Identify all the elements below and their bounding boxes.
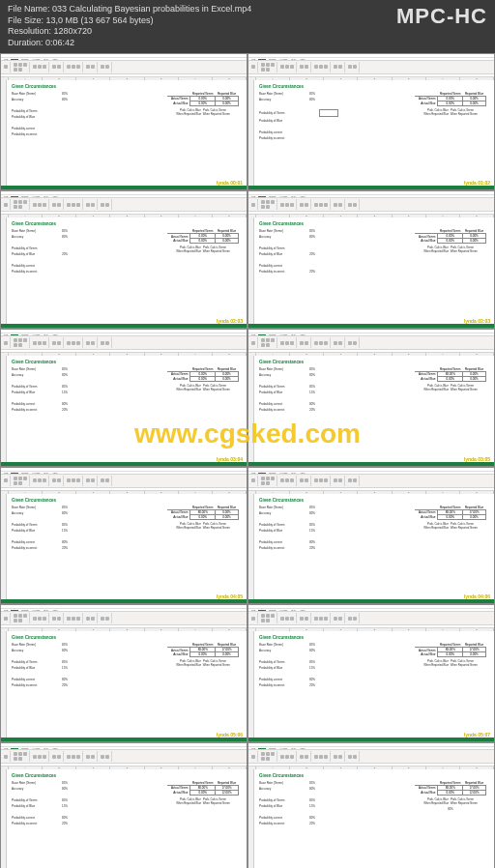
label-base-rate: Base Rate (Green) (12, 367, 52, 371)
thumbnail[interactable]: FILE HOME INSERT LAYOUT DATA VIEW ABCDEF… (0, 604, 248, 742)
fill-icon (18, 68, 22, 72)
tab-data: DATA (43, 195, 49, 197)
section-title: Given Circumstances (259, 84, 491, 89)
result-value: 80% (415, 807, 486, 811)
insert-icon (86, 203, 90, 207)
styles-icon (319, 341, 323, 345)
tab-file: FILE (250, 333, 256, 335)
col-reported-green: Reported Green (190, 229, 216, 234)
styles-icon (72, 203, 75, 207)
cells-icon (76, 755, 80, 759)
label-prob-correct: Probability correct (259, 678, 300, 681)
tab-file: FILE (250, 195, 256, 197)
excel-status-bar (1, 324, 247, 328)
find-icon (353, 341, 357, 345)
tab-view: VIEW (299, 609, 306, 611)
contingency-table: Reported GreenReported Blue Actual Green… (415, 781, 486, 811)
contingency-table: Reported GreenReported Blue Actual Green… (167, 229, 239, 253)
tab-insert: INSERT (20, 195, 29, 197)
col-reported-green: Reported Green (438, 229, 463, 234)
thumbnail[interactable]: FILE HOME INSERT LAYOUT DATA VIEW ABCDEF… (0, 53, 248, 191)
bold-icon (14, 338, 17, 342)
player-logo: MPC-HC (396, 4, 487, 29)
align-icon (43, 341, 46, 345)
delete-icon (91, 755, 95, 759)
thumbnail[interactable]: FILE HOME INSERT LAYOUT DATA VIEW ABCDEF… (248, 604, 495, 742)
label-prob-green: Probability of Green (259, 523, 300, 527)
label-prob-incorrect: Probability incorrect (12, 132, 52, 136)
align-icon (285, 755, 289, 759)
label-prob-green: Probability of Green (12, 660, 52, 664)
excel-status-bar (248, 738, 494, 741)
tab-data: DATA (290, 195, 297, 197)
ribbon-toolbar (248, 336, 494, 350)
thumbnail[interactable]: FILE HOME INSERT LAYOUT DATA VIEW ABCDEF… (248, 190, 495, 329)
label-prob-blue: Probability of Blue (12, 391, 52, 394)
col-reported-blue: Reported Blue (463, 92, 486, 97)
section-title: Given Circumstances (12, 498, 244, 503)
number-icon (300, 755, 304, 759)
underline-icon (271, 477, 275, 480)
value-accuracy: 80% (300, 649, 315, 652)
format-icon (67, 65, 71, 69)
align-icon (38, 341, 42, 345)
value-accuracy: 80% (300, 373, 315, 377)
tab-home: HOME (11, 472, 18, 474)
label-prob-incorrect: Probability incorrect (259, 822, 300, 825)
label-prob-green: Probability of Green (259, 798, 300, 802)
value-prob-blue: 20% (52, 252, 68, 256)
format-icon (314, 755, 318, 759)
tab-layout: LAYOUT (279, 609, 289, 611)
number-icon (52, 65, 56, 69)
value-accuracy: 80% (300, 235, 315, 239)
thumbnail[interactable]: FILE HOME INSERT LAYOUT DATA VIEW ABCDEF… (0, 190, 248, 329)
table-notes: Prob. Cab is Blue Prob. Cab is Green Whe… (415, 522, 486, 530)
section-title: Given Circumstances (259, 221, 491, 226)
label-accuracy: Accuracy (12, 235, 52, 239)
percent-icon (57, 65, 61, 69)
label-prob-green: Probability of Green (259, 246, 300, 250)
bold-icon (14, 614, 17, 618)
thumbnail[interactable]: FILE HOME INSERT LAYOUT DATA VIEW ABCDEF… (248, 742, 495, 868)
delete-icon (338, 478, 342, 482)
percent-icon (57, 341, 61, 345)
value-prob-blue: 15% (52, 804, 68, 808)
paste-icon (251, 617, 255, 621)
label-prob-correct: Probability correct (259, 540, 300, 544)
thumbnail[interactable]: FILE HOME INSERT LAYOUT DATA VIEW ABCDEF… (248, 329, 495, 467)
tab-home: HOME (258, 747, 266, 749)
paste-icon (4, 341, 8, 345)
percent-icon (305, 755, 308, 759)
align-icon (38, 65, 42, 69)
thumbnail[interactable]: FILE HOME INSERT LAYOUT DATA VIEW ABCDEF… (248, 53, 495, 191)
value-accuracy: 80% (52, 98, 68, 101)
fill-icon (18, 205, 22, 209)
row-actual-blue: Actual Blue (167, 377, 190, 382)
thumbnail[interactable]: FILE HOME INSERT LAYOUT DATA VIEW ABCDEF… (248, 467, 495, 605)
tab-home: HOME (11, 609, 18, 611)
ribbon-toolbar (1, 61, 247, 74)
col-reported-blue: Reported Blue (463, 506, 486, 510)
value-prob-green: 85% (52, 798, 68, 802)
cell-bg: 0.00% (190, 377, 216, 382)
tab-data: DATA (290, 472, 297, 474)
number-icon (300, 478, 304, 482)
align-icon (33, 203, 37, 207)
thumbnail[interactable]: FILE HOME INSERT LAYOUT DATA VIEW ABCDEF… (0, 467, 248, 605)
thumbnail[interactable]: FILE HOME INSERT LAYOUT DATA VIEW ABCDEF… (0, 329, 248, 467)
thumbnail[interactable]: FILE HOME INSERT LAYOUT DATA VIEW ABCDEF… (0, 742, 248, 868)
font-icon (14, 619, 17, 622)
italic-icon (266, 63, 270, 67)
tab-data: DATA (290, 747, 297, 749)
font-icon (261, 757, 265, 761)
label-base-rate: Base Rate (Green) (12, 229, 52, 233)
row-actual-blue: Actual Blue (415, 514, 438, 519)
value-prob-blue: 20% (300, 252, 315, 256)
insert-icon (334, 617, 337, 621)
label-prob-green: Probability of Green (259, 385, 300, 389)
percent-icon (57, 617, 61, 621)
tab-file: FILE (250, 472, 256, 474)
fill-icon (266, 619, 270, 622)
font-icon (261, 343, 265, 347)
label-accuracy: Accuracy (259, 511, 300, 515)
